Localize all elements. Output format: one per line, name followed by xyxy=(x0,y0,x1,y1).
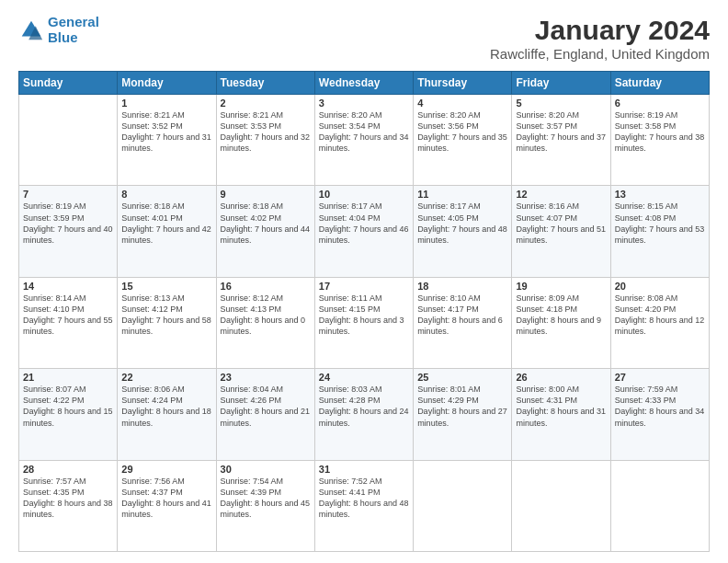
day-info: Sunrise: 8:00 AMSunset: 4:31 PMDaylight:… xyxy=(516,384,606,429)
title-block: January 2024 Rawcliffe, England, United … xyxy=(490,15,710,62)
logo-text: General Blue xyxy=(48,15,99,45)
day-info: Sunrise: 8:08 AMSunset: 4:20 PMDaylight:… xyxy=(615,293,705,338)
table-row: 4Sunrise: 8:20 AMSunset: 3:56 PMDaylight… xyxy=(414,95,512,186)
day-info: Sunrise: 7:59 AMSunset: 4:33 PMDaylight:… xyxy=(615,384,705,429)
day-number: 26 xyxy=(516,372,606,383)
day-number: 31 xyxy=(319,464,409,475)
table-row: 9Sunrise: 8:18 AMSunset: 4:02 PMDaylight… xyxy=(216,186,314,277)
calendar-week-row: 1Sunrise: 8:21 AMSunset: 3:52 PMDaylight… xyxy=(19,95,710,186)
day-number: 19 xyxy=(516,281,606,292)
logo: General Blue xyxy=(18,15,99,45)
day-info: Sunrise: 8:18 AMSunset: 4:02 PMDaylight:… xyxy=(221,201,311,246)
day-info: Sunrise: 8:21 AMSunset: 3:52 PMDaylight:… xyxy=(121,109,211,155)
day-number: 25 xyxy=(417,372,507,383)
day-number: 27 xyxy=(615,372,705,383)
day-number: 17 xyxy=(319,281,409,292)
logo-line1: General xyxy=(48,14,99,29)
calendar-week-row: 21Sunrise: 8:07 AMSunset: 4:22 PMDayligh… xyxy=(19,369,710,460)
day-info: Sunrise: 7:57 AMSunset: 4:35 PMDaylight:… xyxy=(23,476,113,521)
table-row: 14Sunrise: 8:14 AMSunset: 4:10 PMDayligh… xyxy=(19,277,118,368)
table-row: 18Sunrise: 8:10 AMSunset: 4:17 PMDayligh… xyxy=(414,277,512,368)
table-row: 27Sunrise: 7:59 AMSunset: 4:33 PMDayligh… xyxy=(610,369,709,460)
table-row: 26Sunrise: 8:00 AMSunset: 4:31 PMDayligh… xyxy=(512,369,610,460)
day-number: 4 xyxy=(417,98,507,109)
table-row: 15Sunrise: 8:13 AMSunset: 4:12 PMDayligh… xyxy=(118,277,216,368)
day-number: 11 xyxy=(417,189,507,200)
day-info: Sunrise: 7:54 AMSunset: 4:39 PMDaylight:… xyxy=(221,476,311,521)
day-info: Sunrise: 8:17 AMSunset: 4:04 PMDaylight:… xyxy=(319,201,409,246)
day-info: Sunrise: 8:15 AMSunset: 4:08 PMDaylight:… xyxy=(615,201,705,246)
table-row xyxy=(512,460,610,551)
day-info: Sunrise: 8:17 AMSunset: 4:05 PMDaylight:… xyxy=(417,201,507,246)
calendar-week-row: 28Sunrise: 7:57 AMSunset: 4:35 PMDayligh… xyxy=(19,460,710,551)
table-row: 5Sunrise: 8:20 AMSunset: 3:57 PMDaylight… xyxy=(512,95,610,186)
day-number: 7 xyxy=(23,189,113,200)
table-row: 7Sunrise: 8:19 AMSunset: 3:59 PMDaylight… xyxy=(19,186,118,277)
day-number: 5 xyxy=(516,98,606,109)
table-row: 16Sunrise: 8:12 AMSunset: 4:13 PMDayligh… xyxy=(216,277,314,368)
day-info: Sunrise: 7:56 AMSunset: 4:37 PMDaylight:… xyxy=(121,476,211,521)
table-row: 12Sunrise: 8:16 AMSunset: 4:07 PMDayligh… xyxy=(512,186,610,277)
table-row: 8Sunrise: 8:18 AMSunset: 4:01 PMDaylight… xyxy=(118,186,216,277)
day-info: Sunrise: 8:18 AMSunset: 4:01 PMDaylight:… xyxy=(121,201,211,246)
day-number: 24 xyxy=(319,372,409,383)
day-number: 29 xyxy=(121,464,211,475)
table-row xyxy=(19,95,118,186)
day-info: Sunrise: 8:07 AMSunset: 4:22 PMDaylight:… xyxy=(23,384,113,429)
day-info: Sunrise: 8:20 AMSunset: 3:54 PMDaylight:… xyxy=(319,109,409,155)
table-row: 1Sunrise: 8:21 AMSunset: 3:52 PMDaylight… xyxy=(118,95,216,186)
table-row: 21Sunrise: 8:07 AMSunset: 4:22 PMDayligh… xyxy=(19,369,118,460)
table-row: 3Sunrise: 8:20 AMSunset: 3:54 PMDaylight… xyxy=(314,95,413,186)
calendar-week-row: 7Sunrise: 8:19 AMSunset: 3:59 PMDaylight… xyxy=(19,186,710,277)
table-row: 22Sunrise: 8:06 AMSunset: 4:24 PMDayligh… xyxy=(118,369,216,460)
col-friday: Friday xyxy=(512,72,610,95)
day-number: 6 xyxy=(615,98,705,109)
day-info: Sunrise: 8:11 AMSunset: 4:15 PMDaylight:… xyxy=(319,293,409,338)
header: General Blue January 2024 Rawcliffe, Eng… xyxy=(18,15,710,62)
subtitle: Rawcliffe, England, United Kingdom xyxy=(490,46,710,62)
day-number: 20 xyxy=(615,281,705,292)
main-title: January 2024 xyxy=(490,15,710,46)
day-number: 28 xyxy=(23,464,113,475)
day-info: Sunrise: 8:19 AMSunset: 3:58 PMDaylight:… xyxy=(615,109,705,155)
calendar-week-row: 14Sunrise: 8:14 AMSunset: 4:10 PMDayligh… xyxy=(19,277,710,368)
day-info: Sunrise: 8:13 AMSunset: 4:12 PMDaylight:… xyxy=(121,293,211,338)
col-sunday: Sunday xyxy=(19,72,118,95)
day-info: Sunrise: 8:16 AMSunset: 4:07 PMDaylight:… xyxy=(516,201,606,246)
table-row: 13Sunrise: 8:15 AMSunset: 4:08 PMDayligh… xyxy=(610,186,709,277)
table-row: 25Sunrise: 8:01 AMSunset: 4:29 PMDayligh… xyxy=(414,369,512,460)
day-number: 22 xyxy=(121,372,211,383)
calendar-table: Sunday Monday Tuesday Wednesday Thursday… xyxy=(18,71,710,552)
table-row: 20Sunrise: 8:08 AMSunset: 4:20 PMDayligh… xyxy=(610,277,709,368)
table-row: 2Sunrise: 8:21 AMSunset: 3:53 PMDaylight… xyxy=(216,95,314,186)
day-info: Sunrise: 8:06 AMSunset: 4:24 PMDaylight:… xyxy=(121,384,211,429)
page: General Blue January 2024 Rawcliffe, Eng… xyxy=(0,0,728,563)
table-row: 30Sunrise: 7:54 AMSunset: 4:39 PMDayligh… xyxy=(216,460,314,551)
day-number: 12 xyxy=(516,189,606,200)
day-info: Sunrise: 7:52 AMSunset: 4:41 PMDaylight:… xyxy=(319,476,409,521)
day-number: 18 xyxy=(417,281,507,292)
day-number: 30 xyxy=(221,464,311,475)
day-info: Sunrise: 8:19 AMSunset: 3:59 PMDaylight:… xyxy=(23,201,113,246)
table-row: 19Sunrise: 8:09 AMSunset: 4:18 PMDayligh… xyxy=(512,277,610,368)
col-wednesday: Wednesday xyxy=(314,72,413,95)
col-monday: Monday xyxy=(118,72,216,95)
day-number: 1 xyxy=(121,98,211,109)
table-row: 11Sunrise: 8:17 AMSunset: 4:05 PMDayligh… xyxy=(414,186,512,277)
day-number: 15 xyxy=(121,281,211,292)
day-number: 2 xyxy=(221,98,311,109)
table-row xyxy=(610,460,709,551)
calendar-header-row: Sunday Monday Tuesday Wednesday Thursday… xyxy=(19,72,710,95)
day-info: Sunrise: 8:09 AMSunset: 4:18 PMDaylight:… xyxy=(516,293,606,338)
day-number: 13 xyxy=(615,189,705,200)
table-row: 24Sunrise: 8:03 AMSunset: 4:28 PMDayligh… xyxy=(314,369,413,460)
day-info: Sunrise: 8:14 AMSunset: 4:10 PMDaylight:… xyxy=(23,293,113,338)
day-info: Sunrise: 8:03 AMSunset: 4:28 PMDaylight:… xyxy=(319,384,409,429)
logo-icon xyxy=(18,17,44,43)
day-info: Sunrise: 8:12 AMSunset: 4:13 PMDaylight:… xyxy=(221,293,311,338)
col-thursday: Thursday xyxy=(414,72,512,95)
day-number: 16 xyxy=(221,281,311,292)
day-number: 21 xyxy=(23,372,113,383)
day-number: 14 xyxy=(23,281,113,292)
col-saturday: Saturday xyxy=(610,72,709,95)
